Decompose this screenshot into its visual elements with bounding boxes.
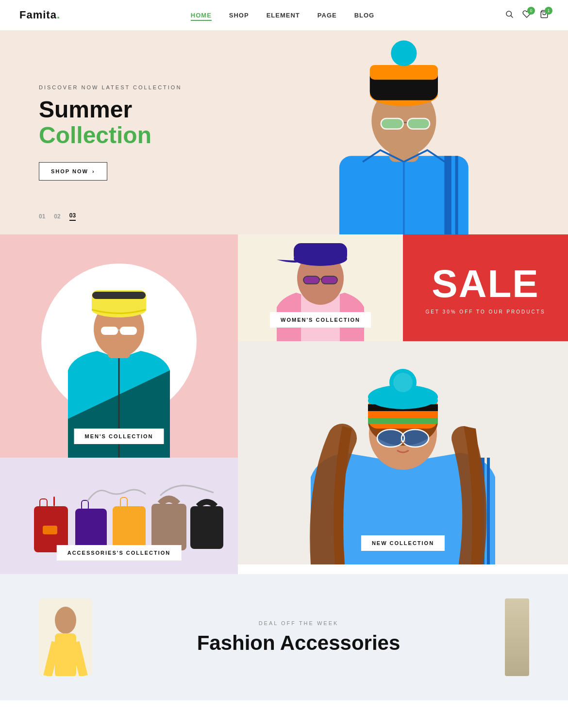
right-collection-column: WOMEN'S COLLECTION SALE GET 30% OFF TO O… — [238, 234, 568, 574]
nav-link-page[interactable]: PAGE — [317, 12, 337, 19]
nav-link-blog[interactable]: BLOG — [354, 12, 375, 19]
sale-card[interactable]: SALE GET 30% OFF TO OUR PRODUCTS — [403, 234, 568, 341]
svg-rect-62 — [368, 411, 438, 418]
nav-item-blog[interactable]: BLOG — [354, 11, 375, 19]
nav-link-home[interactable]: HOME — [191, 12, 212, 21]
arrow-icon: › — [92, 168, 95, 174]
nav-icons: 0 1 — [505, 10, 549, 21]
deal-title: Fashion Accessories — [112, 632, 485, 654]
search-icon — [505, 10, 514, 18]
hero-content: DISCOVER NOW LATEST COLLECTION Summer Co… — [39, 84, 223, 181]
page-3[interactable]: 03 — [69, 212, 76, 221]
hero-pagination: 01 02 03 — [39, 212, 76, 221]
sale-title: SALE — [432, 262, 539, 306]
nav-item-home[interactable]: HOME — [191, 11, 212, 19]
left-collection-column: MEN'S COLLECTION — [0, 234, 238, 574]
sale-subtitle: GET 30% OFF TO OUR PRODUCTS — [425, 309, 545, 314]
shop-now-label: SHOP NOW — [51, 168, 88, 174]
deal-content: DEAL OFF THE WEEK Fashion Accessories — [112, 620, 485, 654]
deal-section: DEAL OFF THE WEEK Fashion Accessories — [0, 574, 568, 700]
nav-link-element[interactable]: ELEMENT — [267, 12, 300, 19]
page-1[interactable]: 01 — [39, 213, 45, 220]
womens-collection-label: WOMEN'S COLLECTION — [270, 312, 371, 328]
shop-now-button[interactable]: SHOP NOW › — [39, 162, 107, 181]
deal-left-image — [39, 598, 92, 676]
svg-point-68 — [55, 607, 76, 634]
svg-point-17 — [391, 40, 417, 66]
brand-dot: . — [57, 9, 60, 21]
cart-badge: 1 — [545, 7, 552, 15]
deal-model-svg — [39, 598, 92, 676]
new-collection-label: NEW COLLECTION — [361, 535, 445, 551]
womens-collection-card[interactable]: WOMEN'S COLLECTION — [238, 234, 403, 341]
svg-rect-35 — [113, 506, 146, 551]
svg-rect-43 — [321, 276, 337, 284]
svg-rect-42 — [303, 276, 319, 284]
hero-image-area — [216, 31, 568, 234]
hero-model-illustration — [216, 31, 568, 234]
collections-grid: MEN'S COLLECTION — [0, 234, 568, 574]
nav-item-shop[interactable]: SHOP — [229, 11, 249, 19]
new-collection-illustration — [238, 341, 568, 564]
deal-eyebrow: DEAL OFF THE WEEK — [112, 620, 485, 626]
navbar: Famita. HOME SHOP ELEMENT PAGE BLOG 0 1 — [0, 0, 568, 31]
hero-title-green: Collection — [39, 122, 151, 148]
nav-item-element[interactable]: ELEMENT — [267, 11, 300, 19]
svg-line-1 — [511, 16, 513, 17]
svg-point-0 — [506, 11, 512, 17]
deal-right-image — [505, 598, 529, 676]
svg-rect-16 — [369, 65, 437, 80]
svg-rect-63 — [368, 418, 438, 424]
hero-title-black: Summer — [39, 97, 132, 122]
svg-rect-28 — [92, 292, 146, 299]
mens-collection-card[interactable]: MEN'S COLLECTION — [0, 234, 238, 458]
svg-rect-69 — [55, 633, 76, 676]
brand-logo[interactable]: Famita. — [19, 9, 60, 21]
mens-model-illustration — [0, 234, 238, 458]
main-nav: HOME SHOP ELEMENT PAGE BLOG — [191, 11, 374, 19]
brand-name: Famita — [19, 9, 57, 21]
page-2[interactable]: 02 — [54, 213, 60, 220]
hero-subtitle: DISCOVER NOW LATEST COLLECTION — [39, 84, 223, 90]
new-collection-card[interactable]: NEW COLLECTION — [238, 341, 568, 564]
svg-rect-12 — [382, 119, 403, 128]
cart-button[interactable]: 1 — [540, 10, 549, 21]
accessories-collection-label: ACCESSORIES'S COLLECTION — [57, 545, 182, 561]
search-button[interactable] — [505, 10, 514, 21]
svg-rect-38 — [190, 506, 223, 549]
svg-point-66 — [393, 373, 413, 392]
hero-title: Summer Collection — [39, 97, 223, 149]
mens-collection-label: MEN'S COLLECTION — [74, 429, 164, 444]
wishlist-button[interactable]: 0 — [522, 10, 531, 21]
nav-item-page[interactable]: PAGE — [317, 11, 337, 19]
svg-rect-32 — [43, 526, 57, 534]
wishlist-badge: 0 — [527, 7, 535, 15]
hero-section: DISCOVER NOW LATEST COLLECTION Summer Co… — [0, 31, 568, 234]
nav-link-shop[interactable]: SHOP — [229, 12, 249, 19]
svg-rect-24 — [120, 327, 137, 335]
accessories-collection-card[interactable]: ACCESSORIES'S COLLECTION — [0, 458, 238, 574]
svg-rect-31 — [53, 496, 55, 506]
svg-rect-23 — [101, 327, 118, 335]
svg-rect-13 — [408, 119, 429, 128]
svg-rect-37 — [151, 504, 186, 550]
